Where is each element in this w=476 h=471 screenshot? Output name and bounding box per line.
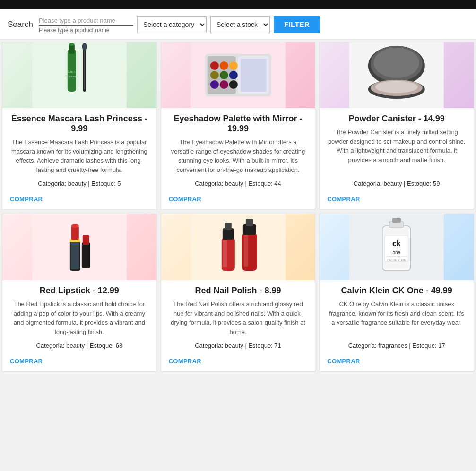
svg-text:Lash: Lash [68, 70, 75, 73]
svg-point-3 [69, 43, 75, 46]
product-title-ckone: Calvin Klein CK One - 49.99 [327, 286, 466, 296]
product-card-powder: Powder Canister - 14.99The Powder Canist… [319, 42, 474, 210]
svg-text:ck: ck [392, 240, 401, 248]
search-bar: SearchPlease type a product name Select … [0, 9, 476, 40]
product-card-ckone: ck one CALVIN KLEIN Calvin Klein CK One … [319, 214, 474, 372]
product-desc-powder: The Powder Canister is a finely milled s… [327, 128, 466, 174]
svg-point-35 [71, 224, 79, 228]
buy-button-mascara[interactable]: COMPRAR [10, 196, 149, 203]
top-bar [0, 0, 476, 9]
product-meta-mascara: Categoria: beauty | Estoque: 5 [10, 180, 149, 187]
buy-button-eyeshadow[interactable]: COMPRAR [169, 196, 308, 203]
svg-rect-13 [240, 59, 266, 92]
product-meta-lipstick: Categoria: beauty | Estoque: 68 [10, 342, 149, 349]
product-title-nailpolish: Red Nail Polish - 8.99 [169, 286, 308, 296]
product-card-mascara: Lash Princess Essence Mascara Lash Princ… [2, 42, 157, 210]
product-image-lipstick [2, 214, 156, 280]
product-title-powder: Powder Canister - 14.99 [327, 114, 466, 124]
search-label: Search [8, 20, 33, 29]
svg-point-5 [82, 43, 87, 51]
product-image-nailpolish [161, 214, 315, 280]
buy-button-lipstick[interactable]: COMPRAR [10, 358, 149, 365]
svg-point-14 [210, 61, 218, 70]
product-card-nailpolish: Red Nail Polish - 8.99The Red Nail Polis… [161, 214, 316, 372]
product-image-eyeshadow [161, 42, 315, 108]
svg-rect-42 [225, 223, 231, 230]
svg-rect-32 [71, 241, 79, 269]
svg-point-17 [210, 71, 218, 79]
buy-button-ckone[interactable]: COMPRAR [327, 358, 466, 365]
svg-point-29 [375, 81, 418, 93]
product-meta-nailpolish: Categoria: beauty | Estoque: 71 [169, 342, 308, 349]
product-desc-lipstick: The Red Lipstick is a classic and bold c… [10, 300, 149, 336]
svg-rect-34 [71, 226, 79, 240]
filter-button[interactable]: FILTER [274, 16, 320, 33]
svg-text:one: one [393, 250, 401, 255]
product-desc-ckone: CK One by Calvin Klein is a classic unis… [327, 300, 466, 336]
svg-rect-40 [223, 239, 226, 267]
svg-rect-37 [83, 235, 89, 245]
product-title-eyeshadow: Eyeshadow Palette with Mirror - 19.99 [169, 114, 308, 134]
svg-text:CALVIN KLEIN: CALVIN KLEIN [387, 259, 406, 262]
svg-point-22 [229, 80, 237, 89]
product-desc-nailpolish: The Red Nail Polish offers a rich and gl… [169, 300, 308, 336]
svg-rect-0 [32, 42, 127, 108]
svg-rect-50 [392, 218, 401, 223]
search-hint: Please type a product name [39, 27, 133, 34]
buy-button-nailpolish[interactable]: COMPRAR [169, 358, 308, 365]
svg-point-21 [219, 80, 228, 89]
product-image-ckone: ck one CALVIN KLEIN [320, 214, 474, 280]
svg-rect-38 [190, 214, 285, 280]
product-image-mascara: Lash Princess [2, 42, 156, 108]
product-image-powder [320, 42, 474, 108]
product-card-lipstick: Red Lipstick - 12.99The Red Lipstick is … [2, 214, 157, 372]
svg-text:Princess: Princess [65, 75, 78, 78]
search-input[interactable] [39, 15, 133, 26]
product-meta-powder: Categoria: beauty | Estoque: 59 [327, 180, 466, 187]
svg-point-18 [219, 71, 228, 79]
product-meta-ckone: Categoria: fragrances | Estoque: 17 [327, 342, 466, 349]
svg-point-19 [229, 71, 237, 79]
stock-select[interactable]: Select a stockIn stockOut of stock [210, 16, 270, 33]
product-desc-eyeshadow: The Eyeshadow Palette with Mirror offers… [169, 137, 308, 174]
buy-button-powder[interactable]: COMPRAR [327, 196, 466, 203]
svg-point-26 [374, 48, 419, 78]
category-select[interactable]: Select a categorybeautyfragrancesskincar… [137, 16, 207, 33]
product-desc-mascara: The Essence Mascara Lash Princess is a p… [10, 137, 149, 174]
svg-point-15 [219, 61, 228, 70]
svg-point-20 [210, 80, 218, 89]
product-title-lipstick: Red Lipstick - 12.99 [10, 286, 149, 296]
svg-rect-46 [245, 219, 253, 226]
product-meta-eyeshadow: Categoria: beauty | Estoque: 44 [169, 180, 308, 187]
svg-rect-44 [243, 235, 248, 267]
svg-point-16 [229, 61, 237, 70]
product-card-eyeshadow: Eyeshadow Palette with Mirror - 19.99The… [161, 42, 316, 210]
svg-rect-36 [82, 242, 90, 268]
products-grid: Lash Princess Essence Mascara Lash Princ… [0, 40, 476, 374]
product-title-mascara: Essence Mascara Lash Princess - 9.99 [10, 114, 149, 134]
